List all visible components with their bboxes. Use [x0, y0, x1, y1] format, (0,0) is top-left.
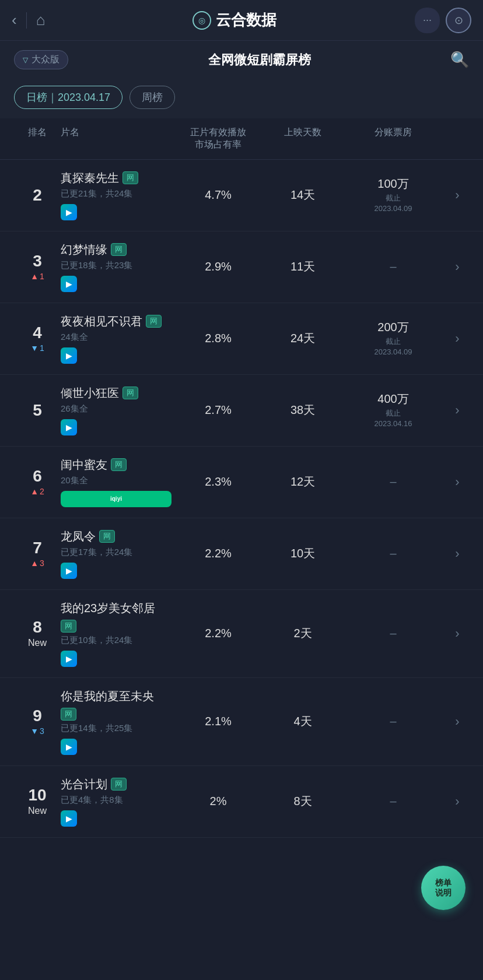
revenue-cell: –: [341, 260, 446, 273]
episode-info: 已更17集，共24集: [61, 547, 172, 558]
rank-cell: 2: [14, 187, 61, 203]
title-name-row: 倾世小狂医 网: [61, 385, 172, 401]
title-cell: 龙凤令 网 已更17集，共24集 ▶: [61, 529, 172, 579]
movie-title: 夜夜相见不识君: [61, 314, 142, 329]
episode-info: 24集全: [61, 332, 172, 343]
days-cell: 8天: [265, 793, 341, 809]
revenue-cutoff: 截止2023.04.16: [374, 408, 412, 429]
rank-number: 6: [33, 468, 42, 484]
movie-title: 龙凤令: [61, 529, 96, 545]
search-button[interactable]: 🔍: [450, 51, 469, 69]
table-row[interactable]: 9 3 你是我的夏至未央 网 已更14集，共25集 ▶ 2.1% 4天 – ›: [0, 678, 483, 766]
back-button[interactable]: ‹: [12, 11, 17, 29]
revenue-cell: 200万 截止2023.04.09: [341, 319, 446, 357]
title-cell: 真探秦先生 网 已更21集，共24集 ▶: [61, 170, 172, 220]
weekly-tab[interactable]: 周榜: [130, 86, 175, 109]
tencent-icon: ▶: [61, 347, 77, 364]
detail-arrow[interactable]: ›: [446, 331, 469, 346]
rank-cell: 3 1: [14, 253, 61, 281]
episode-info: 已更10集，共24集: [61, 635, 172, 646]
market-share-cell: 4.7%: [172, 188, 265, 202]
tencent-icon: ▶: [61, 651, 77, 667]
title-name-row: 龙凤令 网: [61, 529, 172, 545]
daily-tab-label: 日榜｜2023.04.17: [26, 92, 110, 103]
title-name-row: 幻梦情缘 网: [61, 242, 172, 258]
header-rank: 排名: [14, 127, 61, 151]
rank-cell: 7 3: [14, 540, 61, 568]
market-share-cell: 2.2%: [172, 627, 265, 640]
network-badge: 网: [123, 171, 138, 184]
rank-cell: 5: [14, 402, 61, 419]
iqiyi-icon: iqiyi: [61, 491, 172, 507]
rank-change-down: 3: [30, 726, 44, 736]
revenue-amount: 400万: [377, 391, 408, 407]
rank-cell: 9 3: [14, 708, 61, 736]
detail-arrow[interactable]: ›: [446, 259, 469, 275]
top-navigation: ‹ ⌂ ◎ 云合数据 ··· ⊙: [0, 0, 483, 41]
revenue-cell: 400万 截止2023.04.16: [341, 391, 446, 429]
rank-new-badge: New: [28, 638, 47, 648]
revenue-dash: –: [390, 795, 396, 808]
title-cell: 光合计划 网 已更4集，共8集 ▶: [61, 777, 172, 827]
float-btn-label: 榜单说明: [435, 878, 452, 898]
table-row[interactable]: 10 New 光合计划 网 已更4集，共8集 ▶ 2% 8天 – ›: [0, 766, 483, 838]
title-name-row: 真探秦先生 网: [61, 170, 172, 186]
rank-change-down: 1: [30, 343, 44, 353]
table-row[interactable]: 3 1 幻梦情缘 网 已更18集，共23集 ▶ 2.9% 11天 – ›: [0, 231, 483, 303]
table-row[interactable]: 6 2 闺中蜜友 网 20集全 iqiyi 2.3% 12天 – ›: [0, 447, 483, 518]
table-row[interactable]: 5 倾世小狂医 网 26集全 ▶ 2.7% 38天 400万 截止2023.04…: [0, 375, 483, 447]
table-row[interactable]: 4 1 夜夜相见不识君 网 24集全 ▶ 2.8% 24天 200万 截止202…: [0, 303, 483, 375]
movie-title: 闺中蜜友: [61, 457, 107, 473]
up-icon: [30, 272, 38, 281]
more-icon: ···: [423, 14, 432, 26]
rank-number: 8: [33, 619, 42, 635]
rank-change-up: 1: [30, 272, 44, 281]
days-cell: 14天: [265, 187, 341, 203]
detail-arrow[interactable]: ›: [446, 403, 469, 418]
detail-arrow[interactable]: ›: [446, 626, 469, 641]
days-cell: 2天: [265, 626, 341, 641]
ranking-info-button[interactable]: 榜单说明: [421, 866, 466, 910]
version-badge[interactable]: ▽ 大众版: [14, 50, 68, 69]
detail-arrow[interactable]: ›: [446, 475, 469, 490]
daily-tab[interactable]: 日榜｜2023.04.17: [14, 86, 123, 109]
rank-change-up: 2: [30, 487, 44, 496]
table-row[interactable]: 7 3 龙凤令 网 已更17集，共24集 ▶ 2.2% 10天 – ›: [0, 518, 483, 590]
detail-arrow[interactable]: ›: [446, 546, 469, 561]
header-market-share: 正片有效播放市场占有率: [172, 127, 265, 151]
rank-number: 4: [33, 325, 42, 341]
network-badge: 网: [146, 315, 162, 328]
detail-arrow[interactable]: ›: [446, 714, 469, 729]
more-button[interactable]: ···: [415, 8, 440, 33]
detail-arrow[interactable]: ›: [446, 794, 469, 809]
movie-title: 我的23岁美女邻居: [61, 600, 155, 616]
title-name-row: 光合计划 网: [61, 777, 172, 792]
days-cell: 11天: [265, 259, 341, 275]
table-row[interactable]: 2 真探秦先生 网 已更21集，共24集 ▶ 4.7% 14天 100万 截止2…: [0, 160, 483, 231]
movie-title: 幻梦情缘: [61, 242, 107, 258]
nav-title-area: ◎ 云合数据: [54, 10, 415, 30]
record-button[interactable]: ⊙: [446, 8, 471, 33]
up-icon: [30, 487, 38, 496]
detail-arrow[interactable]: ›: [446, 188, 469, 203]
episode-info: 26集全: [61, 403, 172, 415]
title-cell: 幻梦情缘 网 已更18集，共23集 ▶: [61, 242, 172, 292]
revenue-cell: 100万 截止2023.04.09: [341, 176, 446, 214]
rank-number: 10: [28, 787, 46, 803]
logo-icon: ◎: [198, 16, 205, 25]
down-icon: [30, 343, 38, 353]
network-badge: 网: [99, 530, 115, 543]
revenue-dash: –: [390, 475, 396, 489]
tencent-icon: ▶: [61, 810, 77, 827]
market-share-cell: 2.9%: [172, 260, 265, 273]
rank-number: 5: [33, 402, 42, 419]
network-badge: 网: [61, 708, 76, 721]
revenue-amount: 200万: [377, 319, 408, 335]
rows-container: 2 真探秦先生 网 已更21集，共24集 ▶ 4.7% 14天 100万 截止2…: [0, 160, 483, 838]
header-days: 上映天数: [265, 127, 341, 151]
home-button[interactable]: ⌂: [36, 11, 46, 29]
table-row[interactable]: 8 New 我的23岁美女邻居 网 已更10集，共24集 ▶ 2.2% 2天 –…: [0, 590, 483, 678]
revenue-amount: 100万: [377, 176, 408, 192]
rank-cell: 10 New: [14, 787, 61, 816]
up-icon: [30, 559, 38, 568]
